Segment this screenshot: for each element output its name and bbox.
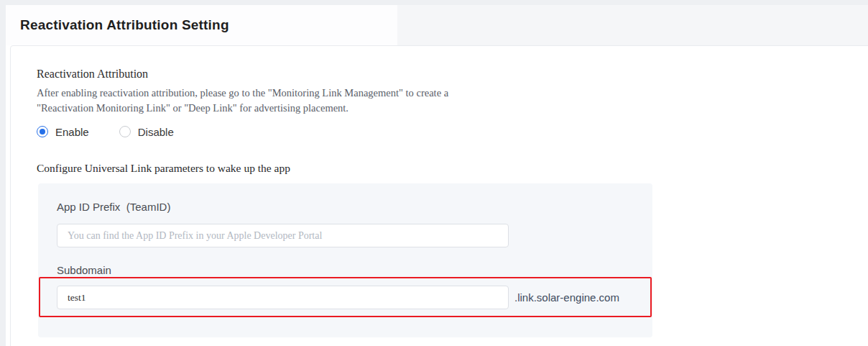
universal-link-heading: Configure Universal Link parameters to w… bbox=[37, 162, 868, 175]
reactivation-attribution-heading: Reactivation Attribution bbox=[37, 68, 868, 81]
settings-card: Reactivation Attribution After enabling … bbox=[10, 45, 868, 346]
radio-disable[interactable]: Disable bbox=[119, 126, 174, 138]
subdomain-label: Subdomain bbox=[57, 264, 652, 276]
subdomain-suffix: .link.solar-engine.com bbox=[514, 291, 619, 304]
page-title: Reactivation Attribution Setting bbox=[20, 17, 229, 33]
app-id-prefix-label: App ID Prefix (TeamID) bbox=[57, 201, 652, 213]
radio-disable-label: Disable bbox=[138, 126, 174, 138]
radio-enable-selected-icon[interactable] bbox=[37, 126, 48, 137]
app-id-prefix-input[interactable] bbox=[57, 224, 509, 247]
top-strip bbox=[0, 0, 868, 5]
page-header: Reactivation Attribution Setting bbox=[6, 5, 397, 45]
radio-enable[interactable]: Enable bbox=[37, 126, 89, 138]
left-gutter bbox=[0, 0, 6, 346]
universal-link-panel: App ID Prefix (TeamID) Subdomain .link.s… bbox=[38, 183, 652, 337]
subdomain-row: .link.solar-engine.com bbox=[57, 286, 652, 309]
subdomain-input[interactable] bbox=[57, 286, 509, 309]
reactivation-radio-group: Enable Disable bbox=[37, 124, 868, 139]
radio-disable-unselected-icon[interactable] bbox=[119, 126, 131, 137]
radio-enable-label: Enable bbox=[55, 126, 89, 138]
reactivation-attribution-description: After enabling reactivation attribution,… bbox=[37, 86, 497, 116]
page: Reactivation Attribution Setting Reactiv… bbox=[0, 0, 868, 346]
